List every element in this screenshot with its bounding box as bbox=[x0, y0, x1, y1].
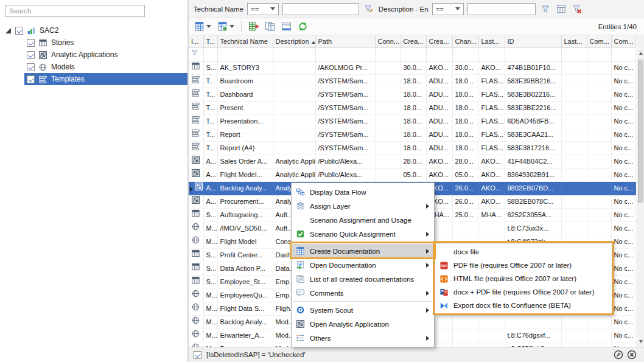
table-layout-button[interactable] bbox=[279, 20, 293, 33]
table-row[interactable]: S...AK_STORY3/AKOLMOG Pr...30.0...AKO...… bbox=[189, 61, 635, 74]
column-header-technical-name[interactable]: Technical Name bbox=[217, 35, 273, 47]
column-header-last[interactable]: Last... bbox=[478, 35, 505, 47]
menu-item-open-analytic-application[interactable]: Open Analytic Application bbox=[292, 317, 434, 331]
menu-item-create-documentation[interactable]: Create Documentation bbox=[292, 244, 434, 258]
sidebar-item-models[interactable]: Models bbox=[24, 61, 187, 73]
filter-cell[interactable] bbox=[611, 47, 635, 61]
cell: 28.0... bbox=[452, 155, 478, 168]
sidebar-item-analytic-applications[interactable]: Analytic Applications bbox=[24, 49, 187, 61]
table-row[interactable]: A...Sales Order A...Analytic Appli.../Pu… bbox=[189, 155, 635, 168]
column-header-id[interactable]: ID bbox=[505, 35, 561, 47]
cell: AKO... bbox=[426, 155, 452, 168]
description-filter-input[interactable] bbox=[467, 3, 536, 15]
close-filter-circle-icon[interactable] bbox=[627, 350, 637, 360]
cell: No c... bbox=[611, 168, 635, 181]
scroll-down-button[interactable] bbox=[637, 337, 644, 346]
checkbox[interactable] bbox=[27, 39, 35, 47]
table-row[interactable]: T...Boardroom/SYSTEM/Sam...18.0...ADU...… bbox=[189, 74, 635, 88]
table-row[interactable]: A...Flight Model...Analytic Appli.../Pub… bbox=[189, 168, 635, 181]
table-row[interactable]: T...Presentation.../SYSTEM/Sam...18.0...… bbox=[189, 114, 635, 128]
technical-name-filter-input[interactable] bbox=[282, 3, 359, 15]
column-header-conn[interactable]: Conn... bbox=[375, 35, 401, 47]
filter-cell[interactable] bbox=[375, 47, 401, 61]
search-input[interactable] bbox=[5, 5, 145, 17]
operator-select[interactable]: == bbox=[432, 3, 464, 15]
column-header-t[interactable]: T... bbox=[203, 35, 217, 47]
status-filter-checkbox[interactable] bbox=[194, 351, 201, 359]
scroll-up-button[interactable] bbox=[637, 49, 644, 57]
filter-cell[interactable] bbox=[217, 47, 273, 61]
menu-item-label: Scenario Assignment and Usage bbox=[310, 217, 429, 224]
checkbox[interactable] bbox=[27, 75, 35, 83]
filter-cell[interactable] bbox=[273, 47, 315, 61]
column-header-i[interactable]: I... bbox=[189, 35, 203, 47]
menu-item-scenario-assignment-and-usage[interactable]: Scenario Assignment and Usage bbox=[292, 213, 434, 227]
filter-cell[interactable] bbox=[478, 47, 505, 61]
column-header-crea[interactable]: Crea... bbox=[426, 35, 452, 47]
grid-window-icon[interactable] bbox=[555, 3, 567, 15]
column-header-com[interactable]: Com... bbox=[587, 35, 611, 47]
filter-cell[interactable] bbox=[426, 47, 452, 61]
sidebar-item-stories[interactable]: Stories bbox=[24, 37, 187, 49]
menu-item-export-docx-file-to-confluence-beta[interactable]: Export docx file to Confluence (BETA) bbox=[435, 299, 612, 312]
cell bbox=[452, 329, 478, 342]
cell bbox=[561, 61, 587, 74]
filter-cell[interactable] bbox=[505, 47, 561, 61]
menu-item-list-of-all-created-documentations[interactable]: List of all created documentations bbox=[292, 272, 434, 286]
expander-icon[interactable] bbox=[5, 27, 12, 34]
refresh-button[interactable] bbox=[296, 20, 310, 33]
export-excel-button[interactable] bbox=[247, 20, 261, 33]
checkbox[interactable] bbox=[27, 51, 35, 59]
documentation-menu-button[interactable] bbox=[192, 20, 213, 33]
column-header-label: Com... bbox=[590, 38, 609, 45]
menu-item-others[interactable]: Others bbox=[292, 331, 434, 345]
table-row[interactable]: T...Dashboard/SYSTEM/Sam...18.0...ADU...… bbox=[189, 88, 635, 101]
menu-item-docx-file[interactable]: docx file bbox=[435, 245, 612, 259]
sidebar-item-templates[interactable]: Templates bbox=[24, 73, 187, 85]
menu-item-system-scout[interactable]: System Scout bbox=[292, 303, 434, 317]
clear-filter-icon[interactable] bbox=[571, 3, 583, 15]
menu-item-comments[interactable]: Comments bbox=[292, 286, 434, 300]
cell: 18.0... bbox=[452, 114, 478, 128]
table-row[interactable]: T...Present/SYSTEM/Sam...18.0...ADU...18… bbox=[189, 101, 635, 114]
checkbox[interactable] bbox=[27, 63, 35, 71]
menu-item-pdf-file-requires-office-2007-or-later[interactable]: PDFPDF file (requires Office 2007 or lat… bbox=[435, 259, 612, 272]
column-header-chan[interactable]: Chan... bbox=[452, 35, 478, 47]
menu-item-label: HTML file (requires Office 2007 or later… bbox=[453, 275, 607, 282]
menu-item-assign-layer[interactable]: Assign Layer bbox=[292, 199, 434, 213]
cell bbox=[587, 221, 611, 235]
filter-cell[interactable] bbox=[561, 47, 587, 61]
menu-item-html-file-requires-office-2007-or-later[interactable]: HTML file (requires Office 2007 or later… bbox=[435, 272, 612, 285]
operator-select[interactable]: == bbox=[247, 3, 279, 15]
vertical-scrollbar[interactable] bbox=[637, 35, 644, 347]
filter-cell[interactable] bbox=[587, 47, 611, 61]
tree-root-label: SAC2 bbox=[40, 26, 58, 35]
documentation-settings-button[interactable] bbox=[215, 20, 236, 33]
filter-cell[interactable] bbox=[203, 47, 217, 61]
copy-table-button[interactable] bbox=[263, 20, 277, 33]
filter-cell[interactable] bbox=[401, 47, 426, 61]
menu-item-docx-pdf-file-requires-office-2007-or-later[interactable]: docx + PDF file (requires Office 2007 or… bbox=[435, 285, 612, 299]
cell: AK_STORY3 bbox=[217, 61, 273, 74]
excel-export-icon bbox=[248, 21, 259, 32]
column-header-description[interactable]: Description bbox=[273, 35, 315, 47]
tree-root-sac2[interactable]: SAC2 bbox=[0, 24, 187, 37]
menu-item-label: docx file bbox=[453, 248, 607, 256]
column-header-last[interactable]: Last... bbox=[561, 35, 587, 47]
menu-item-open-documentation[interactable]: Open Documentation bbox=[292, 258, 434, 272]
column-header-crea[interactable]: Crea... bbox=[401, 35, 426, 47]
filter-edit-icon[interactable] bbox=[363, 3, 375, 15]
edit-filter-circle-icon[interactable] bbox=[614, 350, 623, 360]
filter-cell[interactable] bbox=[315, 47, 375, 61]
menu-item-scenario-quick-assignment[interactable]: Scenario Quick Assignment bbox=[292, 227, 434, 241]
table-row[interactable]: T...Report/SYSTEM/Sam...18.0...ADU...18.… bbox=[189, 128, 635, 141]
filter-icon[interactable] bbox=[539, 3, 551, 15]
filter-cell[interactable] bbox=[189, 47, 203, 61]
column-header-path[interactable]: Path bbox=[315, 35, 375, 47]
checkbox[interactable] bbox=[15, 27, 23, 35]
menu-item-display-data-flow[interactable]: Display Data Flow bbox=[292, 185, 434, 199]
table-row[interactable]: T...Report (A4)/SYSTEM/Sam...18.0...ADU.… bbox=[189, 141, 635, 155]
scrollbar-thumb[interactable] bbox=[638, 60, 643, 203]
filter-cell[interactable] bbox=[452, 47, 478, 61]
column-header-com[interactable]: Com... bbox=[611, 35, 635, 47]
